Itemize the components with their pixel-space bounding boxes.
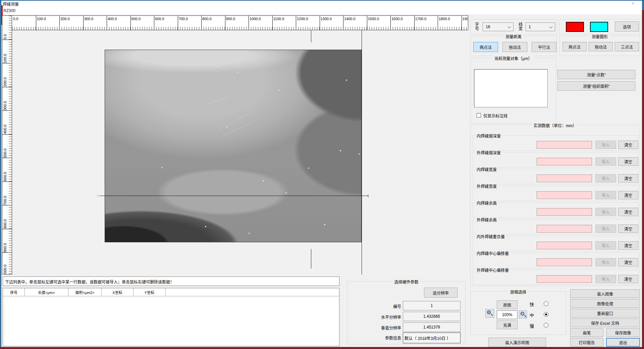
v-ruler-label: 800.0: [3, 206, 8, 229]
weld-microscope-image[interactable]: [105, 50, 362, 242]
menu-item-rz300[interactable]: RZ300: [3, 8, 15, 13]
measure-distance-group: 测量距离 两点法拖动法平行法: [470, 36, 557, 56]
h-ruler-label: 200.0: [60, 17, 70, 21]
speed-radio[interactable]: [544, 301, 548, 306]
import-button[interactable]: 导入: [595, 174, 616, 183]
current-object-listbox[interactable]: [474, 69, 548, 107]
clear-button[interactable]: 清空: [618, 208, 638, 216]
import-button[interactable]: 导入: [595, 191, 616, 199]
window-border-right: [642, 10, 644, 349]
clear-button[interactable]: 清空: [618, 141, 638, 149]
options-button[interactable]: 选项: [615, 21, 639, 32]
data-table[interactable]: 序号长度<μm>面积<μm2>X坐标Y坐标: [3, 288, 339, 346]
measurement-value-input[interactable]: [537, 258, 592, 266]
measure-circle-group: 测量圆形 两点法拖动法三点法: [559, 36, 640, 56]
save-image-button[interactable]: 保存图像: [606, 328, 640, 337]
close-icon[interactable]: ×: [629, 1, 637, 6]
color-swatch-primary[interactable]: [566, 22, 584, 32]
hardware-field-value[interactable]: 1.432665: [403, 312, 461, 321]
measurement-value-input[interactable]: [537, 225, 592, 233]
clear-button[interactable]: 清空: [618, 241, 638, 250]
h-ruler-label: 1700.0: [415, 17, 427, 21]
v-ruler-major-line: [2, 182, 12, 182]
exit-button[interactable]: 退出: [606, 338, 640, 347]
window-border-left: [0, 1, 1, 349]
v-ruler-label: 100.0: [3, 41, 8, 63]
measurement-row: 内焊缝熔深度 导入 清空: [473, 135, 638, 151]
import-button[interactable]: 导入: [595, 275, 616, 283]
clear-button[interactable]: 清空: [618, 174, 638, 183]
image-canvas[interactable]: [12, 30, 468, 275]
image-process-button[interactable]: 图像处理: [570, 299, 640, 308]
window-border-right-top: [642, 1, 644, 10]
only-annotation-checkbox[interactable]: [477, 113, 481, 117]
redraw-window-button[interactable]: 重画窗口: [570, 309, 640, 317]
measurement-value-input[interactable]: [537, 242, 592, 249]
speed-radio[interactable]: [544, 312, 548, 317]
clear-button[interactable]: 清空: [618, 258, 638, 266]
import-button[interactable]: 导入: [595, 141, 616, 149]
distance-method-button[interactable]: 平行法: [532, 42, 556, 52]
measurement-value-input[interactable]: [537, 208, 592, 216]
measurement-value-input[interactable]: [537, 158, 592, 165]
v-ruler-major-line: [2, 229, 12, 229]
hardware-field-value[interactable]: 1.451379: [403, 322, 461, 332]
zoom-in-icon[interactable]: [485, 309, 494, 318]
v-ruler-label: 900.0: [3, 230, 8, 252]
clear-button[interactable]: 清空: [618, 225, 638, 233]
h-ruler-label: 300.0: [84, 17, 94, 21]
measure-tissue-area-button[interactable]: 测量“组织面积”: [557, 81, 635, 91]
distance-method-button[interactable]: 两点法: [473, 42, 498, 52]
circle-method-button[interactable]: 两点法: [562, 42, 587, 51]
hardware-field-value[interactable]: 默认（ 2018年3月10日 ）: [403, 333, 461, 343]
clear-button[interactable]: 清空: [618, 157, 638, 166]
original-size-button[interactable]: 原图: [497, 300, 518, 309]
table-column-header: 序号: [3, 288, 25, 296]
distance-method-button[interactable]: 拖动法: [502, 42, 527, 52]
speed-radio[interactable]: [544, 323, 548, 328]
import-button[interactable]: 导入: [595, 225, 616, 233]
window-border-top: [0, 0, 644, 1]
zoom-value-field[interactable]: 100%: [497, 310, 518, 319]
print-report-button[interactable]: 打印报告: [570, 338, 603, 347]
horizontal-ruler-ticks: [12, 27, 468, 30]
measure-points-button[interactable]: 测量“点数”: [557, 70, 635, 79]
clear-button[interactable]: 清空: [618, 191, 638, 199]
load-demo-button[interactable]: 装入演示样图: [488, 338, 546, 347]
v-ruler-major-line: [2, 134, 12, 135]
measurement-value-input[interactable]: [537, 174, 592, 182]
import-button[interactable]: 导入: [595, 208, 616, 216]
h-ruler-label: 1100.0: [273, 17, 284, 21]
zoom-select-title: 放缩选择: [508, 289, 528, 295]
hardware-field-value[interactable]: 1: [403, 301, 461, 310]
h-ruler-label: 1200.0: [297, 17, 308, 21]
measurement-row: 内焊缝中心偏移量 导入 清空: [473, 253, 638, 268]
measurement-value-input[interactable]: [537, 275, 592, 283]
hardware-field-label: 垂直分辨率: [347, 325, 401, 331]
text-style-group: 字号 16 线宽 1: [470, 19, 557, 35]
clear-button[interactable]: 清空: [618, 275, 638, 283]
measurement-label: 内焊缝余高: [476, 200, 498, 206]
chevron-down-icon: [508, 25, 511, 29]
select-resolution-button[interactable]: 选分辨率: [424, 288, 458, 298]
measurement-value-input[interactable]: [537, 141, 592, 149]
current-object-group: 当前测量对象（μm） 仅显示标注线: [470, 58, 556, 123]
font-size-select[interactable]: 16: [483, 22, 514, 31]
save-excel-button[interactable]: 保存 Excel 文档: [570, 318, 640, 327]
circle-method-button[interactable]: 拖动法: [589, 42, 613, 51]
line-width-value: 1: [529, 24, 531, 29]
zoom-out-icon[interactable]: [519, 310, 527, 318]
import-button[interactable]: 导入: [595, 258, 616, 266]
status-text: 下边列表中，单击鼠标左键可选中某一行数据，该数据可被导入；单击鼠标右键可删除该数…: [5, 279, 174, 285]
import-button[interactable]: 导入: [595, 157, 616, 166]
color-swatch-secondary[interactable]: [590, 22, 608, 32]
fit-button[interactable]: 充满: [497, 320, 518, 329]
line-width-select[interactable]: 1: [526, 22, 555, 31]
import-button[interactable]: 导入: [595, 241, 616, 250]
circle-method-button[interactable]: 三点法: [615, 42, 639, 51]
pen-button[interactable]: 画笔: [570, 328, 603, 337]
load-image-button[interactable]: 装入图像: [570, 289, 640, 298]
v-ruler-major-line: [2, 158, 12, 158]
measurement-value-input[interactable]: [537, 191, 592, 199]
zoom-select-group: 放缩选择 原图 100% 充满 快 中 慢: [470, 291, 566, 335]
